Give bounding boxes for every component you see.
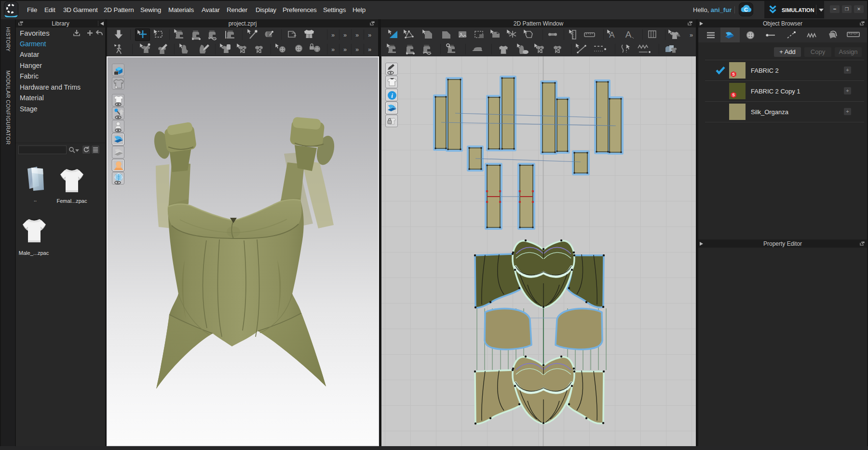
svg-text:S: S	[732, 93, 735, 97]
svg-text:S: S	[732, 72, 735, 77]
svg-text:A: A	[625, 29, 632, 40]
svg-text:C: C	[744, 7, 748, 13]
svg-text:i: i	[391, 92, 393, 99]
